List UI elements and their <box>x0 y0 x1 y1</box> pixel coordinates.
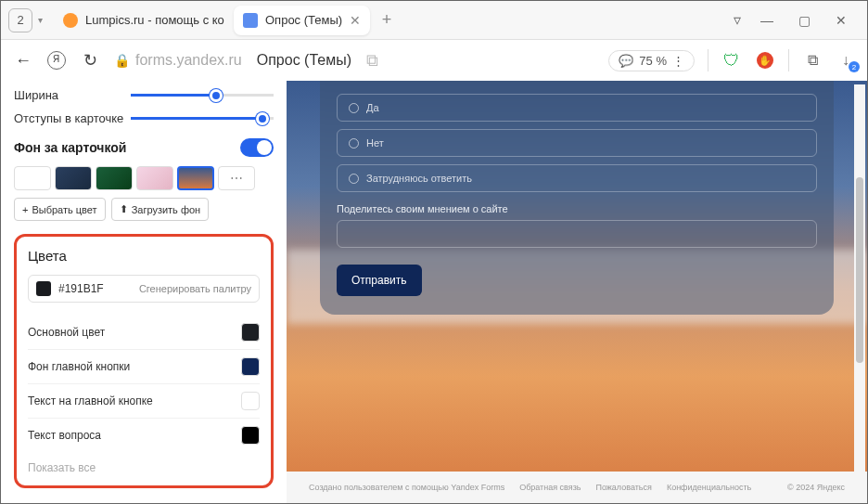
browser-tab-active[interactable]: Опрос (Темы) ✕ <box>234 6 370 35</box>
bg-thumb[interactable] <box>55 166 92 190</box>
width-label: Ширина <box>14 88 131 102</box>
radio-icon <box>349 138 359 149</box>
bg-thumb[interactable] <box>14 166 51 190</box>
colors-panel: Цвета #191B1F Сгенерировать палитру Осно… <box>14 234 274 488</box>
tab-label: Опрос (Темы) <box>265 13 342 27</box>
color-row-main[interactable]: Основной цвет <box>28 316 260 350</box>
back-button[interactable]: ← <box>12 49 34 71</box>
radio-option[interactable]: Да <box>337 94 817 122</box>
color-swatch[interactable] <box>241 392 260 410</box>
opinion-input[interactable] <box>337 220 817 248</box>
generate-palette-button[interactable]: Сгенерировать палитру <box>139 283 251 294</box>
browser-tab[interactable]: Lumpics.ru - помощь с ко <box>54 6 230 35</box>
maximize-button[interactable]: ▢ <box>785 6 823 35</box>
close-window-button[interactable]: ✕ <box>823 6 860 35</box>
choose-color-button[interactable]: +Выбрать цвет <box>14 198 106 221</box>
footer-feedback-link[interactable]: Обратная связь <box>519 483 581 492</box>
scrollbar-thumb[interactable] <box>856 177 863 363</box>
bookmark-page-icon[interactable]: ⧉ <box>366 51 378 71</box>
divider <box>708 49 708 71</box>
plus-icon: + <box>22 204 28 215</box>
minimize-button[interactable]: — <box>748 6 785 35</box>
bg-thumb-selected[interactable] <box>177 166 214 190</box>
url-bar[interactable]: 🔒 forms.yandex.ru Опрос (Темы) ⧉ <box>114 51 378 71</box>
url-domain: forms.yandex.ru <box>135 52 242 69</box>
zoom-menu-icon: ⋮ <box>672 54 684 68</box>
downloads-icon[interactable]: ↓2 <box>836 50 856 71</box>
tab-counter[interactable]: 2 <box>8 8 32 32</box>
color-row-button-bg[interactable]: Фон главной кнопки <box>28 350 260 384</box>
shield-icon[interactable]: 🛡 <box>721 50 742 71</box>
new-tab-button[interactable]: + <box>374 7 400 33</box>
comment-icon: 💬 <box>619 54 633 68</box>
scrollbar[interactable] <box>854 84 865 493</box>
form-card: Да Нет Затрудняюсь ответить Поделитесь с… <box>320 81 834 315</box>
opinion-label: Поделитесь своим мнением о сайте <box>337 203 817 214</box>
radio-option[interactable]: Затрудняюсь ответить <box>337 164 817 192</box>
chevron-down-icon[interactable]: ▾ <box>38 15 43 25</box>
color-swatch[interactable] <box>241 357 260 376</box>
favicon-icon <box>243 13 258 28</box>
colors-title: Цвета <box>28 248 260 264</box>
favicon-icon <box>63 13 78 28</box>
width-slider[interactable] <box>131 94 274 97</box>
radio-icon <box>349 103 359 113</box>
zoom-control[interactable]: 💬 75 % ⋮ <box>608 50 695 71</box>
divider <box>788 49 789 71</box>
color-hex: #191B1F <box>58 282 132 295</box>
tab-label: Lumpics.ru - помощь с ко <box>85 13 224 27</box>
upload-bg-button[interactable]: ⬆Загрузить фон <box>111 198 210 221</box>
color-row-button-text[interactable]: Текст на главной кнопке <box>28 384 260 419</box>
padding-slider[interactable] <box>131 117 274 120</box>
bookmark-icon[interactable]: ▿ <box>734 11 741 29</box>
adblock-icon[interactable]: ✋ <box>755 50 775 71</box>
lock-icon: 🔒 <box>114 53 130 68</box>
preview-footer: Создано пользователем с помощью Yandex F… <box>287 472 867 503</box>
bg-thumb-more[interactable]: ⋯ <box>218 166 255 190</box>
close-tab-icon[interactable]: ✕ <box>350 13 361 28</box>
color-swatch[interactable] <box>241 323 260 342</box>
submit-button[interactable]: Отправить <box>337 265 422 296</box>
padding-label: Отступы в карточке <box>14 111 131 125</box>
footer-report-link[interactable]: Пожаловаться <box>595 483 651 492</box>
footer-created: Создано пользователем с помощью Yandex F… <box>309 483 504 492</box>
bg-thumb[interactable] <box>136 166 173 190</box>
form-preview: Да Нет Затрудняюсь ответить Поделитесь с… <box>287 81 867 503</box>
bg-toggle[interactable] <box>240 138 274 157</box>
page-title: Опрос (Темы) <box>257 52 351 69</box>
zoom-level: 75 % <box>639 54 667 68</box>
upload-icon: ⬆ <box>120 203 128 215</box>
footer-privacy-link[interactable]: Конфиденциальность <box>667 483 751 492</box>
search-icon[interactable]: Я <box>47 51 66 70</box>
color-swatch[interactable] <box>241 426 260 445</box>
color-row-question-text[interactable]: Текст вопроса <box>28 419 260 452</box>
footer-copyright: © 2024 Яндекс <box>787 483 845 492</box>
show-all-link[interactable]: Показать все <box>28 461 260 474</box>
radio-icon <box>349 174 359 184</box>
bg-section-title: Фон за карточкой <box>14 140 126 155</box>
bg-thumb[interactable] <box>96 166 133 190</box>
reload-button[interactable]: ↻ <box>79 49 101 71</box>
radio-option[interactable]: Нет <box>337 129 817 157</box>
extensions-icon[interactable]: ⧉ <box>802 50 823 71</box>
color-input[interactable]: #191B1F Сгенерировать палитру <box>28 275 260 303</box>
color-swatch <box>36 281 51 296</box>
